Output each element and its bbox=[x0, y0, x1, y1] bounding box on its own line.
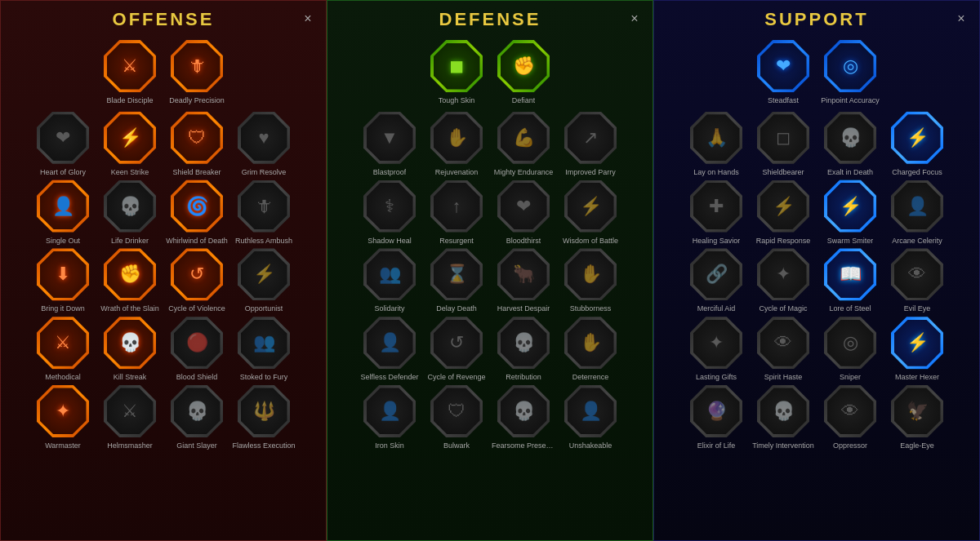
skill-item[interactable]: ◼ Tough Skin bbox=[425, 38, 488, 105]
octagon-wrapper: ◎ bbox=[823, 39, 877, 93]
skill-name: Rapid Response bbox=[756, 237, 811, 246]
skill-icon-wrapper: ❤ bbox=[35, 110, 91, 166]
skill-item[interactable]: ⬇ Bring it Down bbox=[31, 246, 95, 313]
skill-item[interactable]: 👥 Solidarity bbox=[358, 246, 421, 313]
skill-icon-wrapper: 🦅 bbox=[889, 384, 945, 439]
skill-item[interactable]: 👤 Iron Skin bbox=[358, 384, 421, 450]
octagon-wrapper: 👤 bbox=[890, 180, 944, 233]
skill-item[interactable]: 🛡 Bulwark bbox=[425, 384, 488, 450]
skill-item[interactable]: ✋ Stubborness bbox=[559, 246, 622, 313]
skill-item[interactable]: ⚡ Keen Strike bbox=[98, 110, 162, 177]
octagon-wrapper: 💀 bbox=[170, 384, 224, 438]
skill-icon-wrapper: 💀 bbox=[496, 384, 551, 439]
skill-item[interactable]: 🔱 Flawless Execution bbox=[232, 384, 296, 450]
skill-item[interactable]: 🙏 Lay on Hands bbox=[684, 110, 748, 177]
skill-item[interactable]: ⚕ Shadow Heal bbox=[358, 179, 421, 246]
skill-name: Eagle-Eye bbox=[900, 441, 934, 450]
skill-item[interactable]: ◻ Shieldbearer bbox=[751, 110, 815, 177]
skill-item[interactable]: ✊ Defiant bbox=[492, 38, 555, 105]
skill-item[interactable]: 🛡 Shield Breaker bbox=[165, 110, 229, 177]
skill-item[interactable]: ⚔ Helmsmasher bbox=[98, 384, 162, 450]
octagon-wrapper: ↗ bbox=[564, 111, 617, 165]
skill-item[interactable]: 💀 Giant Slayer bbox=[165, 384, 229, 450]
skill-item[interactable]: ⚔ Methodical bbox=[31, 315, 95, 382]
skill-item[interactable]: ❤ Heart of Glory bbox=[31, 110, 95, 177]
skill-item[interactable]: 💀 Retribution bbox=[492, 315, 555, 382]
skill-item[interactable]: ✦ Cycle of Magic bbox=[751, 246, 815, 313]
skill-name: Spirit Haste bbox=[764, 373, 803, 382]
skill-item[interactable]: 🐂 Harvest Despair bbox=[492, 246, 555, 313]
skill-item[interactable]: ⚡ Swarm Smiter bbox=[818, 179, 882, 246]
skill-icon-wrapper: 🗡 bbox=[236, 179, 292, 234]
skill-item[interactable]: ♥ Grim Resolve bbox=[232, 110, 296, 177]
skill-icon-wrapper: 🐂 bbox=[496, 246, 551, 302]
skill-item[interactable]: ✋ Deterrence bbox=[559, 315, 622, 382]
skill-item[interactable]: ⚡ Charged Focus bbox=[885, 110, 949, 177]
skill-item[interactable]: 💀 Fearsome Presence bbox=[492, 384, 555, 450]
skill-item[interactable]: ❤ Bloodthirst bbox=[492, 179, 555, 246]
defense-close-button[interactable]: × bbox=[626, 11, 643, 27]
skill-item[interactable]: 💀 Timely Intervention bbox=[751, 384, 815, 450]
skill-item[interactable]: 🔴 Blood Shield bbox=[165, 315, 229, 382]
support-close-button[interactable]: × bbox=[953, 11, 969, 27]
skill-name: Deterrence bbox=[572, 373, 609, 382]
skill-name: Oppressor bbox=[833, 441, 867, 450]
skill-item[interactable]: ✦ Lasting Gifts bbox=[684, 315, 748, 382]
skill-item[interactable]: ↗ Improved Parry bbox=[559, 110, 622, 177]
skill-item[interactable]: 📖 Lore of Steel bbox=[818, 246, 882, 313]
skill-name: Stubborness bbox=[570, 304, 612, 313]
skill-item[interactable]: 👤 Arcane Celerity bbox=[885, 179, 949, 246]
skill-item[interactable]: ◎ Pinpoint Accuracy bbox=[818, 38, 882, 105]
skill-icon-wrapper: 👁 bbox=[889, 246, 945, 302]
skill-icon-wrapper: 🗡 bbox=[169, 38, 225, 94]
skill-item[interactable]: 🔮 Elixir of Life bbox=[684, 384, 748, 450]
skill-item[interactable]: 👁 Spirit Haste bbox=[751, 315, 815, 382]
skill-item[interactable]: 🌀 Whirlwind of Death bbox=[165, 179, 229, 246]
skill-item[interactable]: 💀 Kill Streak bbox=[98, 315, 162, 382]
skill-name: Cycle of Magic bbox=[759, 304, 807, 313]
skill-icon-wrapper: ✊ bbox=[496, 38, 551, 94]
skill-item[interactable]: 👥 Stoked to Fury bbox=[232, 315, 296, 382]
skill-item[interactable]: ⚡ Wisdom of Battle bbox=[559, 179, 622, 246]
skill-item[interactable]: 🔗 Merciful Aid bbox=[684, 246, 748, 313]
octagon-wrapper: ✊ bbox=[497, 39, 550, 93]
skill-item[interactable]: 👤 Selfless Defender bbox=[358, 315, 421, 382]
skill-item[interactable]: ⚡ Opportunist bbox=[232, 246, 296, 313]
skill-item[interactable]: 👤 Single Out bbox=[31, 179, 95, 246]
skill-item[interactable]: 👁 Oppressor bbox=[818, 384, 882, 450]
skill-item[interactable]: 🗡 Ruthless Ambush bbox=[232, 179, 296, 246]
skill-item[interactable]: ❤ Steadfast bbox=[751, 38, 815, 105]
skill-name: Swarm Smiter bbox=[827, 237, 874, 246]
skill-icon-wrapper: 💪 bbox=[496, 110, 551, 166]
skill-item[interactable]: ▼ Blastproof bbox=[358, 110, 421, 177]
skill-item[interactable]: ✚ Healing Savior bbox=[684, 179, 748, 246]
octagon-wrapper: ✋ bbox=[564, 247, 617, 301]
skill-item[interactable]: ✦ Warmaster bbox=[31, 384, 95, 450]
skill-item[interactable]: 🗡 Deadly Precision bbox=[165, 38, 229, 105]
skill-item[interactable]: ⌛ Delay Death bbox=[425, 246, 488, 313]
skill-icon-wrapper: 🛡 bbox=[169, 110, 225, 166]
skill-item[interactable]: ✋ Rejuvenation bbox=[425, 110, 488, 177]
skill-item[interactable]: ⚔ Blade Disciple bbox=[98, 38, 162, 105]
skill-item[interactable]: 💪 Mighty Endurance bbox=[492, 110, 555, 177]
skill-icon-wrapper: 👥 bbox=[236, 315, 292, 370]
skill-item[interactable]: 👤 Unshakeable bbox=[559, 384, 622, 450]
skill-row: 👤 Single Out 💀 bbox=[31, 179, 296, 246]
octagon-wrapper: 🛡 bbox=[170, 111, 224, 165]
skill-name: Merciful Aid bbox=[697, 304, 736, 313]
skill-item[interactable]: 👁 Evil Eye bbox=[885, 246, 949, 313]
skill-item[interactable]: ◎ Sniper bbox=[818, 315, 882, 382]
skill-item[interactable]: ⚡ Master Hexer bbox=[885, 315, 949, 382]
skill-item[interactable]: 🦅 Eagle-Eye bbox=[885, 384, 949, 450]
skill-name: Retribution bbox=[506, 373, 541, 382]
skill-item[interactable]: ↺ Cycle of Violence bbox=[165, 246, 229, 313]
skill-item[interactable]: ✊ Wrath of the Slain bbox=[98, 246, 162, 313]
skill-item[interactable]: 💀 Exalt in Death bbox=[818, 110, 882, 177]
skill-item[interactable]: ↑ Resurgent bbox=[425, 179, 488, 246]
skill-item[interactable]: 💀 Life Drinker bbox=[98, 179, 162, 246]
skill-icon-wrapper: ⚡ bbox=[563, 179, 618, 234]
offense-close-button[interactable]: × bbox=[300, 11, 316, 27]
skill-item[interactable]: ⚡ Rapid Response bbox=[751, 179, 815, 246]
skill-name: Giant Slayer bbox=[176, 441, 217, 450]
skill-item[interactable]: ↺ Cycle of Revenge bbox=[425, 315, 488, 382]
